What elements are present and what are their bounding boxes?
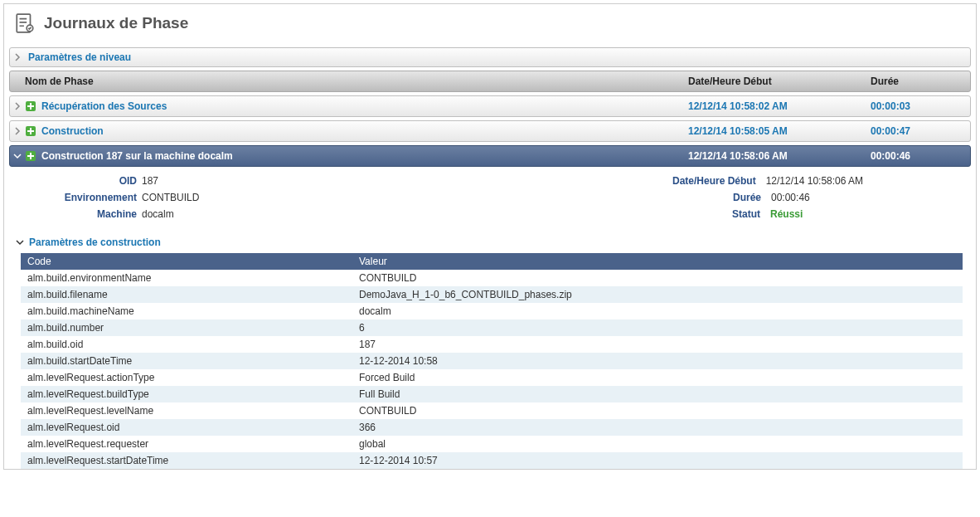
table-row: alm.levelRequest.buildTypeFull Build [21, 386, 963, 402]
column-header: Nom de Phase Date/Heure Début Durée [9, 71, 971, 92]
phase-date: 12/12/14 10:58:05 AM [688, 125, 871, 137]
table-row: alm.levelRequest.actionTypeForced Build [21, 369, 963, 386]
params-table: Code Valeur alm.build.environmentNameCON… [21, 253, 963, 469]
table-row: alm.build.filenameDemoJava_H_1-0_b6_CONT… [21, 286, 963, 303]
param-value: 12-12-2014 10:58 [352, 353, 963, 369]
param-code: alm.levelRequest.buildType [21, 386, 352, 402]
dur-value: 00:00:46 [771, 192, 810, 203]
chevron-down-icon[interactable] [16, 238, 24, 246]
param-code: alm.levelRequest.actionType [21, 369, 352, 386]
start-value: 12/12/14 10:58:06 AM [766, 175, 863, 187]
table-row: alm.levelRequest.requesterglobal [21, 436, 963, 452]
param-value: DemoJava_H_1-0_b6_CONTBUILD_phases.zip [352, 286, 963, 303]
col-name: Nom de Phase [10, 76, 688, 87]
param-value: global [352, 436, 963, 452]
col-code: Code [21, 253, 352, 270]
build-params-label: Paramètres de construction [29, 237, 161, 248]
page-title: Journaux de Phase [44, 14, 188, 32]
table-row: alm.build.machineNamedocalm [21, 303, 963, 319]
machine-value: docalm [142, 208, 174, 220]
status-label: Statut [732, 208, 765, 220]
phase-details: OID 187 Date/Heure Début 12/12/14 10:58:… [9, 167, 971, 230]
phase-dur: 00:00:47 [871, 125, 970, 137]
table-row: alm.build.startDateTime12-12-2014 10:58 [21, 353, 963, 369]
table-row: alm.levelRequest.startDateTime12-12-2014… [21, 452, 963, 469]
param-value: Forced Build [352, 369, 963, 386]
param-value: Full Build [352, 386, 963, 402]
plus-icon [25, 150, 36, 162]
param-value: 12-12-2014 10:57 [352, 452, 963, 469]
param-code: alm.levelRequest.startDateTime [21, 452, 352, 469]
phase-date: 12/12/14 10:58:02 AM [688, 100, 871, 112]
oid-label: OID [9, 175, 142, 187]
col-val: Valeur [352, 253, 963, 270]
param-value: CONTBUILD [352, 402, 963, 419]
level-params-label: Paramètres de niveau [25, 51, 131, 63]
chevron-right-icon[interactable] [10, 127, 25, 135]
plus-icon [25, 125, 36, 137]
param-code: alm.build.oid [21, 336, 352, 353]
col-dur: Durée [871, 76, 970, 87]
param-code: alm.levelRequest.requester [21, 436, 352, 452]
param-code: alm.levelRequest.levelName [21, 402, 352, 419]
chevron-right-icon[interactable] [10, 53, 25, 61]
page-header: Journaux de Phase [4, 4, 976, 44]
param-code: alm.build.number [21, 319, 352, 336]
chevron-down-icon[interactable] [10, 152, 25, 160]
plus-icon [25, 100, 36, 112]
env-value: CONTBUILD [142, 192, 199, 203]
col-date: Date/Heure Début [688, 76, 871, 87]
dur-label: Durée [733, 192, 766, 203]
param-value: 187 [352, 336, 963, 353]
phase-dur: 00:00:03 [871, 100, 970, 112]
phase-name: Construction 187 sur la machine docalm [41, 150, 688, 162]
phase-row[interactable]: Récupération des Sources12/12/14 10:58:0… [9, 95, 971, 117]
param-code: alm.levelRequest.oid [21, 419, 352, 436]
param-value: docalm [352, 303, 963, 319]
table-row: alm.build.number6 [21, 319, 963, 336]
param-value: 6 [352, 319, 963, 336]
table-row: alm.levelRequest.oid366 [21, 419, 963, 436]
param-value: 366 [352, 419, 963, 436]
chevron-right-icon[interactable] [10, 102, 25, 110]
log-icon [14, 12, 36, 34]
param-code: alm.build.filename [21, 286, 352, 303]
machine-label: Machine [9, 208, 142, 220]
table-row: alm.levelRequest.levelNameCONTBUILD [21, 402, 963, 419]
oid-value: 187 [142, 175, 158, 187]
param-code: alm.build.environmentName [21, 270, 352, 286]
phase-dur: 00:00:46 [871, 150, 970, 162]
phase-row-expanded[interactable]: Construction 187 sur la machine docalm 1… [9, 145, 971, 167]
table-row: alm.build.environmentNameCONTBUILD [21, 270, 963, 286]
phase-name: Construction [41, 125, 688, 137]
param-code: alm.build.startDateTime [21, 353, 352, 369]
level-params-bar[interactable]: Paramètres de niveau [9, 47, 971, 67]
table-row: alm.build.oid187 [21, 336, 963, 353]
env-label: Environnement [9, 192, 142, 203]
status-value: Réussi [770, 208, 803, 220]
start-label: Date/Heure Début [672, 175, 761, 187]
param-code: alm.build.machineName [21, 303, 352, 319]
phase-date: 12/12/14 10:58:06 AM [688, 150, 871, 162]
build-params-toggle[interactable]: Paramètres de construction [16, 237, 971, 248]
param-value: CONTBUILD [352, 270, 963, 286]
phase-row[interactable]: Construction12/12/14 10:58:05 AM00:00:47 [9, 120, 971, 142]
phase-name: Récupération des Sources [41, 100, 688, 112]
